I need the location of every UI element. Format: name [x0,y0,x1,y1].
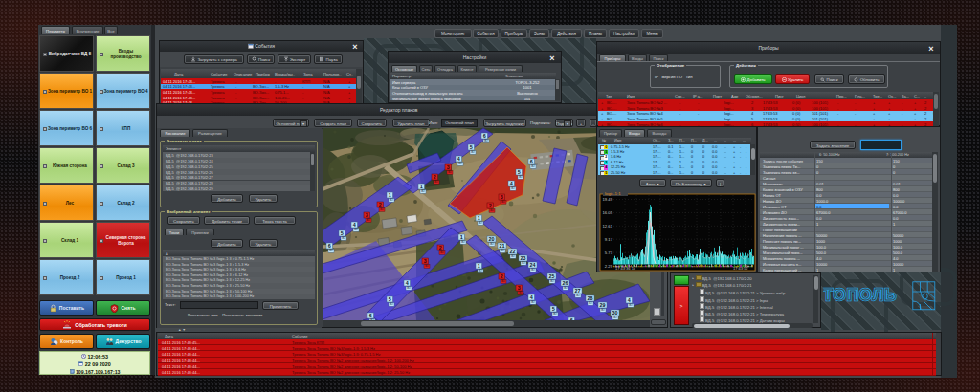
svg-text:21: 21 [500,243,505,249]
svg-text:1: 1 [389,192,391,198]
svg-text:20: 20 [489,236,495,242]
svg-text:1: 1 [478,263,480,269]
svg-text:2: 2 [434,174,436,180]
svg-text:ВО: ВО [425,264,429,268]
svg-text:3: 3 [501,194,503,200]
svg-text:17:43:52: 17:43:52 [733,266,748,271]
svg-text:ВО: ВО [589,301,592,305]
svg-text:ВО: ВО [553,312,557,316]
svg-text:ВО: ВО [479,221,482,225]
svg-text:2: 2 [439,245,442,250]
svg-text:ВО: ВО [531,268,535,272]
svg-text:16.05: 16.05 [603,210,613,215]
svg-text:ВО: ВО [501,279,505,283]
svg-text:30: 30 [612,310,618,316]
svg-text:ВО: ВО [511,186,515,190]
svg-text:4: 4 [457,156,460,162]
svg-text:ВО: ВО [370,318,374,320]
svg-text:ВО: ВО [531,300,535,304]
svg-text:ВО: ВО [407,286,411,290]
svg-text:ВО: ВО [613,316,617,319]
svg-text:28: 28 [588,295,593,301]
svg-text:logic-1:1: logic-1:1 [605,191,621,196]
svg-text:2: 2 [379,202,382,207]
svg-text:6: 6 [483,133,486,139]
svg-text:3: 3 [424,258,427,264]
svg-text:ВО: ВО [390,198,393,202]
svg-text:ВО: ВО [440,250,444,254]
svg-text:4: 4 [353,222,356,228]
svg-text:ВО: ВО [484,139,488,142]
svg-text:2: 2 [501,273,503,279]
svg-text:ВО: ВО [550,279,554,283]
svg-text:ВО: ВО [531,164,535,168]
svg-text:12.61: 12.61 [603,224,613,229]
svg-text:3: 3 [518,285,521,291]
svg-text:ВО: ВО [629,303,633,307]
svg-text:ВО: ВО [501,249,504,252]
svg-text:ВО: ВО [519,291,523,294]
svg-text:ВО: ВО [501,200,505,204]
svg-text:2.29: 2.29 [605,264,613,269]
svg-text:1: 1 [420,184,423,189]
svg-text:ВО: ВО [342,236,345,240]
svg-text:3: 3 [447,164,450,170]
svg-text:ВО: ВО [390,302,393,306]
svg-text:4: 4 [628,297,631,303]
svg-text:ВО: ВО [490,208,494,212]
svg-text:5.73: 5.73 [605,250,613,255]
svg-text:ВО: ВО [434,180,438,184]
svg-text:6: 6 [530,159,533,164]
svg-text:1: 1 [478,215,480,221]
svg-text:4: 4 [406,280,409,286]
svg-text:27: 27 [575,288,581,294]
svg-text:ВО: ВО [458,162,462,165]
svg-text:ТОПОЛЬ: ТОПОЛЬ [823,286,897,303]
svg-text:2: 2 [489,203,492,208]
svg-text:29: 29 [600,302,606,308]
svg-text:5: 5 [389,296,391,302]
svg-text:ВО: ВО [471,150,475,154]
svg-text:ВО: ВО [519,175,523,179]
svg-text:5: 5 [552,306,555,312]
svg-text:17:43:36 1с: 17:43:36 1с [615,266,635,271]
svg-text:22: 22 [510,249,516,254]
svg-text:6: 6 [328,243,331,249]
svg-text:4: 4 [510,181,513,186]
svg-text:ВО: ВО [576,294,580,297]
svg-text:9.17: 9.17 [605,237,613,242]
svg-text:ВО: ВО [461,240,465,244]
svg-text:ВО: ВО [421,189,425,193]
svg-text:19.49: 19.49 [603,197,613,202]
svg-text:3: 3 [366,212,368,218]
svg-text:ВО: ВО [511,254,515,258]
svg-text:6: 6 [369,313,372,318]
svg-text:ВО: ВО [479,269,482,272]
svg-text:23: 23 [521,255,526,261]
svg-text:ВО: ВО [522,261,525,265]
svg-text:5: 5 [341,230,344,236]
svg-text:ВО: ВО [329,249,333,252]
svg-text:4: 4 [530,294,533,300]
svg-text:ВО: ВО [354,228,358,231]
svg-text:26: 26 [563,280,568,286]
svg-text:ВО: ВО [367,218,370,222]
svg-text:5: 5 [470,144,473,150]
svg-text:ВО: ВО [564,286,568,290]
svg-text:ВО: ВО [490,242,494,246]
svg-text:25: 25 [549,273,555,279]
svg-text:ВО: ВО [448,170,452,174]
svg-text:ВО: ВО [601,308,605,312]
svg-text:24: 24 [530,262,536,268]
svg-text:6: 6 [570,317,573,320]
svg-text:5: 5 [518,169,521,175]
svg-text:1: 1 [460,234,463,240]
svg-text:ВО: ВО [380,207,384,211]
